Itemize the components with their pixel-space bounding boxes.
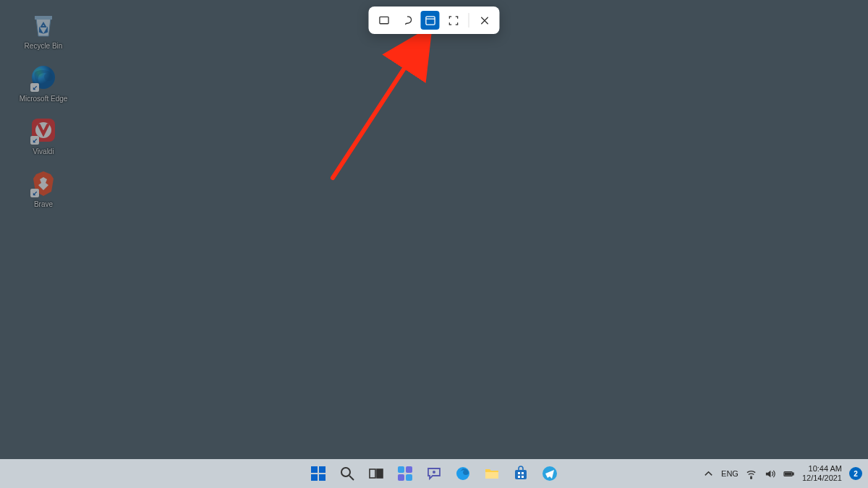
volume-icon[interactable] [765, 468, 776, 479]
svg-line-12 [349, 476, 354, 480]
desktop-icons: Recycle Bin Microsoft Edge Vivaldi Brave [0, 6, 87, 221]
svg-rect-31 [786, 473, 791, 475]
taskbar: ENG 10:44 AM 12/14/2021 2 [0, 459, 868, 488]
desktop-icon-vivaldi[interactable]: Vivaldi [18, 116, 69, 155]
rectangular-snip-button[interactable] [375, 11, 393, 30]
fullscreen-snip-button[interactable] [444, 11, 463, 30]
taskbar-clock[interactable]: 10:44 AM 12/14/2021 [802, 464, 842, 482]
widgets-button[interactable] [393, 461, 417, 486]
svg-rect-4 [425, 16, 434, 24]
edge-app[interactable] [451, 461, 475, 486]
svg-point-11 [341, 468, 350, 476]
svg-point-28 [751, 477, 752, 479]
telegram-app[interactable] [537, 461, 562, 486]
tray-overflow-button[interactable] [702, 468, 714, 479]
notification-center-button[interactable]: 2 [849, 467, 862, 480]
svg-rect-18 [406, 474, 412, 481]
annotation-arrow [311, 26, 463, 192]
notification-count: 2 [854, 470, 858, 478]
screen-dim-overlay [0, 0, 868, 488]
brave-icon [29, 168, 58, 197]
language-indicator[interactable]: ENG [721, 469, 739, 478]
toolbar-divider [469, 13, 469, 27]
svg-rect-9 [311, 474, 318, 481]
desktop-icon-label: Vivaldi [18, 147, 69, 155]
desktop-icon-label: Recycle Bin [18, 42, 69, 50]
svg-rect-13 [370, 469, 375, 478]
svg-rect-14 [377, 469, 383, 478]
desktop-icon-brave[interactable]: Brave [18, 168, 69, 208]
svg-line-6 [333, 36, 425, 178]
clock-time: 10:44 AM [802, 464, 842, 474]
svg-rect-26 [522, 476, 524, 478]
microsoft-store-app[interactable] [509, 461, 533, 486]
clock-date: 12/14/2021 [802, 474, 842, 483]
shortcut-overlay-icon [30, 189, 39, 197]
snipping-tool-toolbar [369, 7, 500, 34]
taskbar-center-items [306, 461, 562, 486]
svg-rect-3 [379, 17, 388, 23]
svg-rect-8 [319, 466, 326, 473]
file-explorer-app[interactable] [480, 461, 504, 486]
svg-rect-22 [515, 470, 527, 479]
freeform-snip-button[interactable] [398, 11, 417, 30]
chat-button[interactable] [422, 461, 446, 486]
svg-rect-7 [311, 466, 318, 473]
start-button[interactable] [306, 461, 331, 486]
window-snip-button[interactable] [421, 11, 440, 30]
svg-rect-23 [518, 472, 520, 474]
svg-rect-21 [485, 472, 498, 479]
shortcut-overlay-icon [30, 83, 39, 92]
svg-rect-16 [406, 466, 412, 473]
vivaldi-icon [29, 116, 58, 145]
desktop-icon-label: Brave [18, 200, 69, 208]
desktop-icon-microsoft-edge[interactable]: Microsoft Edge [18, 63, 69, 103]
desktop-icon-label: Microsoft Edge [18, 95, 69, 103]
search-button[interactable] [335, 461, 359, 486]
svg-rect-15 [398, 466, 404, 473]
recycle-bin-icon [29, 10, 58, 39]
svg-rect-10 [319, 474, 326, 481]
svg-rect-30 [793, 473, 793, 475]
close-snip-button[interactable] [475, 11, 494, 30]
svg-rect-17 [398, 474, 404, 481]
battery-icon[interactable] [783, 468, 795, 479]
shortcut-overlay-icon [30, 136, 39, 145]
system-tray: ENG 10:44 AM 12/14/2021 2 [702, 464, 862, 482]
wifi-icon[interactable] [746, 468, 757, 479]
desktop-icon-recycle-bin[interactable]: Recycle Bin [18, 10, 69, 50]
task-view-button[interactable] [364, 461, 388, 486]
svg-rect-25 [518, 476, 520, 478]
edge-icon [29, 63, 58, 92]
svg-point-19 [433, 471, 435, 474]
svg-rect-24 [522, 472, 524, 474]
